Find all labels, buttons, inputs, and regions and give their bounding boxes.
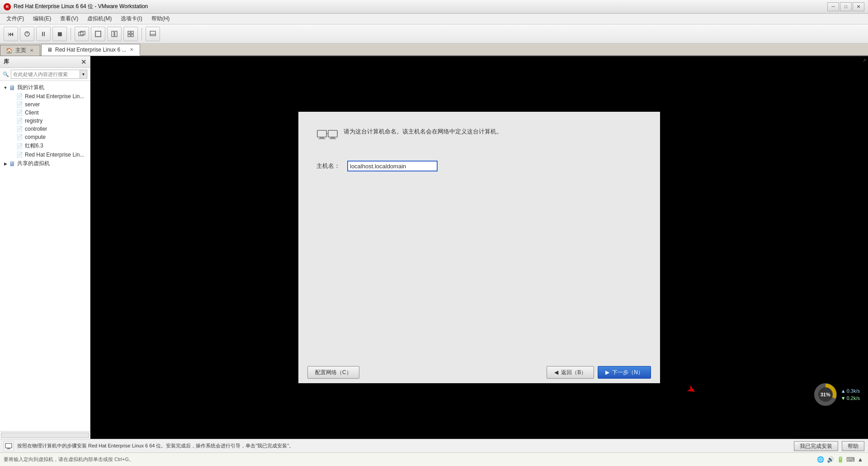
rhel1-label: Red Hat Enterprise Lin... — [25, 93, 84, 100]
svg-rect-6 — [115, 31, 117, 37]
controller-label: controller — [25, 126, 47, 132]
hostname-row: 主机名： — [316, 161, 642, 171]
svg-rect-16 — [328, 130, 337, 137]
compute-label: compute — [25, 134, 46, 140]
toolbar-pause-btn[interactable]: ⏸ — [36, 27, 51, 41]
svg-rect-4 — [95, 31, 101, 37]
toolbar-fullscreen-btn[interactable] — [91, 27, 105, 41]
vm-icon-controller: 📄 — [16, 126, 23, 132]
sidebar-tree: ▼ 🖥 我的计算机 📄 Red Hat Enterprise Lin... 📄 … — [0, 81, 90, 170]
toolbar-power-btn[interactable] — [20, 27, 34, 41]
shared-icon: 🖥 — [9, 160, 15, 167]
svg-rect-7 — [128, 31, 130, 33]
redhat63-label: 红帽6.3 — [25, 142, 43, 150]
sidebar-item-rhel2[interactable]: 📄 Red Hat Enterprise Lin... — [0, 151, 90, 159]
installer-footer: 配置网络（C） ◀ 返回（B） ▶ 下一步（N） — [298, 361, 660, 383]
sidebar-item-client[interactable]: 📄 Client — [0, 109, 90, 117]
toolbar-unity-btn[interactable] — [123, 27, 138, 41]
vm-icon-compute: 📄 — [16, 134, 23, 140]
tab-vm[interactable]: 🖥 Red Hat Enterprise Linux 6 ... ✕ — [41, 44, 140, 56]
sidebar: 库 ✕ 🔍 ▼ ▼ 🖥 我的计算机 📄 Red Hat Enterprise L… — [0, 56, 90, 439]
complete-install-button[interactable]: 我已完成安装 — [794, 441, 838, 451]
toolbar-separator-2 — [142, 28, 142, 40]
sidebar-header: 库 ✕ — [0, 56, 90, 68]
svg-rect-24 — [7, 448, 10, 449]
sidebar-item-controller[interactable]: 📄 controller — [0, 125, 90, 133]
toolbar-settings-btn[interactable] — [146, 27, 160, 41]
maximize-button[interactable]: □ — [840, 2, 852, 11]
toolbar-back-btn[interactable]: ⏮ — [4, 27, 18, 41]
home-tab-close[interactable]: ✕ — [29, 48, 34, 53]
menu-edit[interactable]: 编辑(E) — [28, 14, 56, 24]
svg-rect-9 — [128, 34, 130, 37]
installer-title-text: 请为这台计算机命名。该主机名会在网络中定义这台计算机。 — [344, 125, 502, 137]
network-stats: ▲ 0.3k/s ▼ 0.2k/s — [841, 388, 860, 401]
svg-rect-17 — [330, 137, 335, 138]
sidebar-scrollbar[interactable] — [1, 433, 89, 438]
sidebar-item-rhel1[interactable]: 📄 Red Hat Enterprise Lin... — [0, 92, 90, 100]
hostname-input[interactable] — [347, 161, 438, 171]
expand-icon-sharedvms: ▶ — [2, 162, 9, 166]
svg-rect-23 — [5, 443, 12, 448]
help-button[interactable]: 帮助 — [842, 441, 864, 451]
tray-keyboard-icon: ⌨ — [846, 456, 854, 464]
close-button[interactable]: ✕ — [853, 2, 864, 11]
sidebar-search-input[interactable] — [11, 70, 80, 79]
search-dropdown-button[interactable]: ▼ — [80, 70, 87, 79]
sidebar-search-bar: 🔍 ▼ — [0, 68, 90, 81]
sidebar-item-compute[interactable]: 📄 compute — [0, 133, 90, 141]
svg-rect-10 — [131, 34, 133, 37]
toolbar-split-btn[interactable] — [107, 27, 122, 41]
svg-rect-5 — [112, 31, 114, 37]
mycomputer-label: 我的计算机 — [17, 84, 44, 91]
menu-view[interactable]: 查看(V) — [56, 14, 83, 24]
system-tray: 🌐 🔊 🔋 ⌨ ▲ — [816, 456, 864, 464]
red-arrow-indicator: ➤ — [684, 382, 698, 397]
menu-help[interactable]: 帮助(H) — [147, 14, 175, 24]
svg-rect-2 — [79, 32, 83, 36]
minimize-button[interactable]: ─ — [827, 2, 839, 11]
tab-home[interactable]: 🏠 主页 ✕ — [0, 45, 40, 56]
sidebar-item-server[interactable]: 📄 server — [0, 100, 90, 109]
tab-bar: 🏠 主页 ✕ 🖥 Red Hat Enterprise Linux 6 ... … — [0, 43, 868, 56]
vm-icon-registry: 📄 — [16, 118, 23, 124]
next-button[interactable]: ▶ 下一步（N） — [598, 366, 651, 379]
bottom-bar: 要将输入定向到虚拟机，请在虚拟机内部单击或按 Ctrl+G。 🌐 🔊 🔋 ⌨ ▲ — [0, 452, 868, 466]
configure-network-button[interactable]: 配置网络（C） — [307, 366, 359, 379]
sidebar-item-registry[interactable]: 📄 registry — [0, 117, 90, 125]
tray-network-icon: 🌐 — [816, 456, 825, 464]
upload-icon: ▲ — [841, 388, 846, 394]
menu-file[interactable]: 文件(F) — [2, 14, 28, 24]
home-tab-icon: 🏠 — [6, 48, 13, 54]
gauge-percent: 31% — [821, 392, 830, 397]
sidebar-item-mycomputer[interactable]: ▼ 🖥 我的计算机 — [0, 83, 90, 92]
resize-corner[interactable]: ↗ — [863, 58, 866, 63]
menu-tabs[interactable]: 选项卡(I) — [116, 14, 146, 24]
svg-rect-15 — [319, 138, 326, 139]
sidebar-item-redhat63[interactable]: 📄 红帽6.3 — [0, 141, 90, 151]
menu-vm[interactable]: 虚拟机(M) — [83, 14, 116, 24]
cpu-gauge: 31% — [813, 382, 838, 407]
sidebar-item-sharedvms[interactable]: ▶ 🖥 共享的虚拟机 — [0, 159, 90, 168]
rhel2-label: Red Hat Enterprise Lin... — [25, 152, 84, 158]
vm-tab-label: Red Hat Enterprise Linux 6 ... — [55, 47, 126, 53]
svg-rect-11 — [150, 31, 156, 36]
server-label: server — [25, 101, 40, 108]
toolbar-snapshot-btn[interactable] — [75, 27, 89, 41]
download-icon: ▼ — [841, 395, 846, 401]
network-monitor: 31% ▲ 0.3k/s ▼ 0.2k/s — [813, 382, 860, 407]
tray-arrow-icon[interactable]: ▲ — [856, 456, 864, 464]
svg-rect-3 — [80, 31, 85, 35]
content-area: 库 ✕ 🔍 ▼ ▼ 🖥 我的计算机 📄 Red Hat Enterprise L… — [0, 56, 868, 439]
menu-bar: 文件(F) 编辑(E) 查看(V) 虚拟机(M) 选项卡(I) 帮助(H) — [0, 14, 868, 24]
nav-buttons: ◀ 返回（B） ▶ 下一步（N） — [547, 366, 651, 379]
sidebar-close-button[interactable]: ✕ — [81, 58, 86, 66]
vm-icon-rhel2: 📄 — [16, 152, 23, 158]
vm-tab-close[interactable]: ✕ — [129, 47, 134, 52]
vm-icon-rhel1: 📄 — [16, 93, 23, 100]
vm-display-area[interactable]: 请为这台计算机命名。该主机名会在网络中定义这台计算机。 主机名： 配置网络（C） — [90, 56, 868, 439]
back-button[interactable]: ◀ 返回（B） — [547, 366, 594, 379]
svg-rect-8 — [131, 31, 133, 33]
toolbar-stop-btn[interactable]: ⏹ — [52, 27, 67, 41]
back-icon: ◀ — [554, 369, 558, 376]
